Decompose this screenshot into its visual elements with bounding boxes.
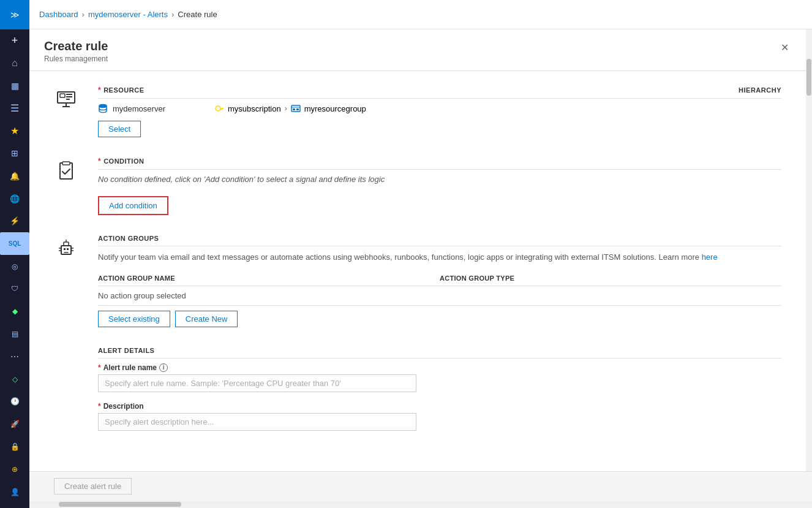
sidebar-item-notifications[interactable]: 🔔 [0,165,29,188]
create-alert-rule-button[interactable]: Create alert rule [54,478,132,495]
panel-title: Create rule [44,39,108,53]
hierarchy-items: mysubscription › myresourcegroup [214,104,366,113]
svg-point-26 [66,240,67,241]
alert-details-section: ALERT DETAILS * Alert rule name i [54,347,781,441]
action-groups-table: ACTION GROUP NAME ACTION GROUP TYPE No a… [98,271,781,306]
sidebar-item-circle[interactable]: ⊕ [0,458,29,480]
rule-name-required-star: * [98,363,101,372]
content-area: * RESOURCE HIERARCHY [29,71,806,471]
top-bar: Dashboard › mydemoserver - Alerts › Crea… [29,0,812,29]
scrollbar-thumb[interactable] [806,59,811,96]
hierarchy-chevron: › [285,104,287,113]
resource-icon [54,86,83,137]
svg-rect-18 [60,163,72,179]
sidebar-item-shield[interactable]: 🛡 [0,278,29,300]
alert-details-title: ALERT DETAILS [98,347,781,358]
sidebar-item-sql[interactable]: SQL [0,232,29,255]
close-button[interactable]: ✕ [778,39,791,56]
subscription-icon [214,104,224,113]
select-existing-button[interactable]: Select existing [98,311,170,327]
alert-rule-name-input[interactable] [98,374,416,392]
sidebar-item-rocket[interactable]: 🚀 [0,413,29,436]
sidebar-item-layers[interactable]: ▤ [0,323,29,346]
breadcrumb-separator-1: › [82,10,85,19]
sidebar-item-add[interactable]: + [0,29,29,52]
server-name: mydemoserver [113,104,165,113]
description-label: * Description [98,402,781,411]
breadcrumb: Dashboard › mydemoserver - Alerts › Crea… [39,10,217,19]
svg-point-10 [216,106,220,111]
svg-rect-1 [60,94,65,97]
bottom-scrollbar-thumb[interactable] [59,502,181,507]
breadcrumb-alerts[interactable]: mydemoserver - Alerts [88,10,168,19]
main-area: Dashboard › mydemoserver - Alerts › Crea… [29,0,812,508]
create-new-button[interactable]: Create New [175,311,238,327]
svg-rect-22 [67,248,69,250]
database-icon [98,104,108,113]
svg-rect-7 [66,99,70,100]
alert-details-body: ALERT DETAILS * Alert rule name i [98,347,781,441]
svg-rect-17 [296,108,299,110]
sidebar-item-more[interactable]: ⋯ [0,345,29,368]
rule-name-info-icon[interactable]: i [159,363,168,372]
sidebar-item-satellite[interactable]: ◎ [0,255,29,278]
sidebar-item-dashboard[interactable]: ▦ [0,75,29,97]
main-panel: Create rule Rules management ✕ [29,29,806,471]
sidebar-item-lightning[interactable]: ⚡ [0,210,29,233]
description-required-star: * [98,402,101,411]
no-group-text: No action group selected [98,286,781,305]
resource-required-star: * [98,86,101,94]
sidebar-item-shape[interactable]: ◇ [0,368,29,390]
resource-server-item: mydemoserver [98,104,165,113]
sidebar-item-grid[interactable]: ⊞ [0,142,29,165]
resource-title: * RESOURCE HIERARCHY [98,86,781,99]
sidebar-item-user[interactable]: 👤 [0,480,29,503]
sidebar-item-favorites[interactable]: ★ [0,119,29,142]
resource-group-name: myresourcegroup [304,104,366,113]
resource-group-icon [291,104,301,113]
breadcrumb-separator-2: › [171,10,174,19]
condition-section: * CONDITION No condition defined, click … [54,157,781,215]
breadcrumb-current: Create rule [178,10,217,19]
panel-header: Create rule Rules management ✕ [29,29,806,71]
learn-more-link[interactable]: here [702,252,718,262]
condition-required-star: * [98,157,101,165]
action-groups-icon [54,235,83,327]
scrollbar-track[interactable] [806,29,812,471]
action-groups-title: ACTION GROUPS [98,235,781,246]
description-input[interactable] [98,413,416,431]
action-groups-description: Notify your team via email and text mess… [98,251,781,263]
expand-icon[interactable]: ≫ [10,10,20,20]
sidebar-item-lock[interactable]: 🔒 [0,436,29,458]
sidebar-top: ≫ [0,0,29,29]
subscription-name: mysubscription [228,104,281,113]
sidebar-item-diamond[interactable]: ◆ [0,300,29,323]
sidebar-item-menu[interactable]: ☰ [0,97,29,119]
description-group: * Description [98,402,781,431]
condition-placeholder-text: No condition defined, click on 'Add cond… [98,175,781,184]
svg-rect-19 [62,162,70,165]
select-resource-button[interactable]: Select [98,121,141,137]
svg-rect-20 [61,246,71,254]
resource-body: * RESOURCE HIERARCHY [98,86,781,137]
sidebar-item-clock[interactable]: 🕐 [0,390,29,413]
svg-rect-14 [291,105,300,112]
resource-info-row: mydemoserver mysubscription [98,104,781,113]
bottom-scrollbar[interactable] [29,501,812,508]
table-row-empty: No action group selected [98,286,781,305]
condition-title: * CONDITION [98,157,781,170]
action-group-buttons: Select existing Create New [98,311,781,327]
col-action-group-name: ACTION GROUP NAME [98,271,440,286]
condition-icon [54,157,83,215]
breadcrumb-dashboard[interactable]: Dashboard [39,10,78,19]
resource-section: * RESOURCE HIERARCHY [54,86,781,137]
sidebar-item-globe[interactable]: 🌐 [0,188,29,210]
sidebar-item-home[interactable]: ⌂ [0,52,29,75]
sidebar: ≫ + ⌂ ▦ ☰ ★ ⊞ 🔔 🌐 ⚡ SQL ◎ 🛡 ◆ ▤ ⋯ ◇ 🕐 🚀 … [0,0,29,508]
footer: Create alert rule [29,471,812,501]
action-groups-section: ACTION GROUPS Notify your team via email… [54,235,781,327]
add-condition-button[interactable]: Add condition [98,196,168,215]
condition-body: * CONDITION No condition defined, click … [98,157,781,215]
panel-subtitle: Rules management [44,55,108,63]
alert-rule-name-group: * Alert rule name i [98,363,781,392]
